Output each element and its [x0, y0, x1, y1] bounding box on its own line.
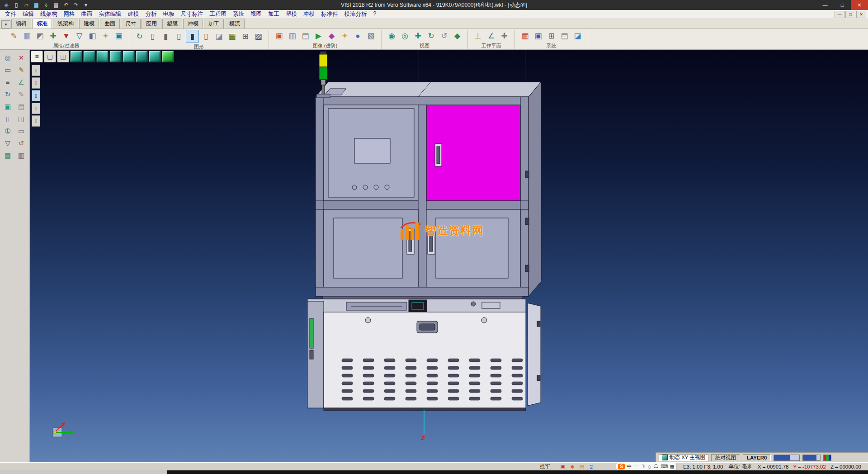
tab-modeling[interactable]: 建模: [79, 19, 99, 28]
line-style-icon[interactable]: ▯: [146, 30, 159, 43]
reset-workplane-icon[interactable]: ✚: [498, 30, 510, 42]
maximize-button[interactable]: □: [834, 0, 851, 10]
edit-attributes-icon[interactable]: ✎: [8, 30, 20, 42]
dimetric-view-cube-icon[interactable]: [149, 51, 161, 62]
menu-analysis[interactable]: 分析: [142, 10, 160, 19]
display-settings-icon[interactable]: ▣: [532, 30, 544, 42]
mirror-tool-icon[interactable]: ◫: [15, 113, 28, 124]
open-file-icon[interactable]: ▱: [22, 1, 31, 9]
tab-edit[interactable]: 编辑: [11, 19, 31, 28]
iso-view-cube-icon[interactable]: [123, 51, 135, 62]
ime-night-mode-icon[interactable]: ☽: [640, 464, 645, 469]
menu-system[interactable]: 系统: [230, 10, 247, 19]
pan-view-icon[interactable]: ✚: [412, 30, 424, 42]
menu-standard-parts[interactable]: 标准件: [318, 10, 341, 19]
menu-modeling[interactable]: 建模: [125, 10, 142, 19]
ruler-icon[interactable]: ▭: [15, 125, 28, 137]
performance-icon[interactable]: ◪: [571, 30, 584, 42]
cylinder-tool-icon[interactable]: ▯: [1, 113, 14, 124]
viewport-tab-3-icon[interactable]: ▯: [32, 90, 40, 101]
mdi-close-button[interactable]: ✕: [856, 11, 866, 18]
tab-moldflow[interactable]: 模流: [225, 19, 245, 28]
lighting-icon[interactable]: ✦: [339, 30, 351, 42]
viewport-layout-icon[interactable]: ▢: [44, 51, 56, 62]
menu-machining[interactable]: 加工: [265, 10, 283, 19]
ime-punctuation[interactable]: ’: [633, 464, 638, 469]
line-weight-icon[interactable]: ▮: [160, 30, 172, 43]
tab-machining[interactable]: 加工: [204, 19, 224, 28]
ime-toolbar[interactable]: S 中’☽☺⌨▦: [616, 463, 677, 470]
save-icon[interactable]: ▦: [32, 1, 41, 9]
viewport-tab-4-icon[interactable]: ▯: [32, 103, 40, 114]
ime-keyboard-icon[interactable]: ⌨: [660, 464, 668, 469]
transparency-icon[interactable]: ◪: [213, 30, 225, 43]
filter-include-icon[interactable]: ▼: [60, 30, 72, 42]
system-options-icon[interactable]: ▤: [558, 30, 571, 42]
front-view-cube-icon[interactable]: [83, 51, 95, 62]
background-image-icon[interactable]: ▧: [365, 30, 377, 42]
app-icon[interactable]: ◈: [2, 1, 11, 9]
import-icon[interactable]: ⇓: [42, 1, 51, 9]
ime-toolbox-icon[interactable]: ▦: [670, 464, 675, 469]
hidden-line-mode-icon[interactable]: ▯: [200, 30, 212, 43]
rotate-view-icon[interactable]: ↻: [425, 30, 437, 42]
rectangle-tool-icon[interactable]: ▭: [1, 64, 14, 76]
axon-view-cube-icon[interactable]: [70, 51, 82, 62]
image-gallery-icon[interactable]: ▥: [286, 30, 298, 42]
standard-views-icon[interactable]: ◆: [451, 30, 463, 42]
sheet-icon[interactable]: ▤: [15, 101, 28, 112]
menu-moldflow[interactable]: 模流分析: [341, 10, 370, 19]
ime-mic-icon[interactable]: [654, 464, 659, 469]
menu-dimension[interactable]: 尺寸标注: [178, 10, 207, 19]
edit-entity-icon[interactable]: ✎: [15, 64, 28, 76]
flame-tray-icon[interactable]: ◆: [569, 464, 576, 470]
color-table-icon[interactable]: ▦: [519, 30, 531, 42]
menu-edit[interactable]: 编辑: [19, 10, 37, 19]
quick-access-menu-icon[interactable]: ▾: [81, 1, 90, 9]
redo-icon[interactable]: ↷: [71, 1, 80, 9]
viewport-menu-icon[interactable]: ≡: [31, 51, 43, 62]
shaded-green-cube-icon[interactable]: [162, 51, 174, 62]
texture-icon[interactable]: ◆: [326, 30, 338, 42]
match-attributes-icon[interactable]: ▥: [21, 30, 33, 42]
tab-surface[interactable]: 曲面: [100, 19, 120, 28]
minimize-button[interactable]: —: [816, 0, 834, 10]
ime-emoji-icon[interactable]: ☺: [647, 464, 652, 469]
new-file-icon[interactable]: ▯: [12, 1, 21, 9]
attribute-painter-icon[interactable]: ◩: [34, 30, 46, 42]
ime-mode-chinese[interactable]: 中: [627, 463, 632, 470]
shaded-mode-icon[interactable]: ▮: [186, 30, 199, 43]
workplane-icon[interactable]: ⊥: [472, 30, 484, 42]
snap-toggle[interactable]: 拴牢: [537, 463, 553, 470]
viewport-tab-2-icon[interactable]: ▯: [32, 77, 40, 89]
selection-filter-icon[interactable]: ▣: [113, 30, 125, 42]
refresh-graphics-icon[interactable]: ↻: [133, 30, 146, 43]
layers-panel-icon[interactable]: ≡: [1, 76, 14, 88]
tab-overflow-button[interactable]: ▼: [1, 20, 10, 28]
render-settings-icon[interactable]: ▨: [252, 30, 264, 43]
active-layer-indicator[interactable]: LAYER0: [743, 454, 771, 461]
side-view-cube-icon[interactable]: [109, 51, 122, 62]
play-animation-icon[interactable]: ▶: [312, 30, 325, 42]
menu-help[interactable]: ?: [370, 10, 380, 19]
viewport-split-icon[interactable]: ◫: [57, 51, 69, 62]
tab-standard[interactable]: 标准: [32, 19, 52, 28]
workbook-tray-icon[interactable]: ▣: [559, 464, 566, 470]
undo-tool-icon[interactable]: ↺: [15, 137, 28, 149]
menu-electrode[interactable]: 电极: [160, 10, 178, 19]
zoom-extents-icon[interactable]: ◉: [386, 30, 398, 42]
tag-icon[interactable]: ▽: [1, 137, 14, 149]
zoom-select-icon[interactable]: ◎: [1, 52, 14, 63]
solid-tool-icon[interactable]: ▣: [1, 101, 14, 112]
material-icon[interactable]: ●: [352, 30, 364, 42]
display-grid-icon[interactable]: ▦: [226, 30, 238, 43]
filter-exclude-icon[interactable]: ▽: [73, 30, 85, 42]
close-button[interactable]: ✕: [851, 0, 868, 10]
menu-mold[interactable]: 塑模: [283, 10, 300, 19]
menu-surface[interactable]: 曲面: [78, 10, 96, 19]
menu-drawing[interactable]: 工程图: [207, 10, 230, 19]
tab-wireframe[interactable]: 线架构: [53, 19, 78, 28]
folder-tray-icon[interactable]: ▤: [578, 464, 585, 470]
highlight-elements-icon[interactable]: ✦: [99, 30, 112, 42]
sketch-icon[interactable]: ✎: [15, 89, 28, 100]
